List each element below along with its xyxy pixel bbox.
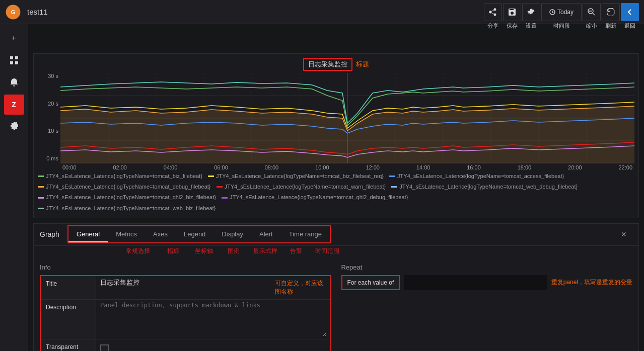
x-label-10: 20:00: [568, 164, 582, 170]
share-button[interactable]: [484, 3, 502, 21]
chart-svg: [60, 73, 634, 163]
y-label-10s: 10 s: [48, 128, 58, 134]
legend-dot-2: [389, 176, 395, 177]
graph-editor: Graph General Metrics Axes Legend Displa…: [33, 223, 639, 351]
graph-editor-header: Graph General Metrics Axes Legend Displa…: [34, 224, 638, 246]
tab-display[interactable]: Display: [213, 226, 251, 242]
repeat-row: For each value of 重复panel，填写是重复的变量: [341, 275, 633, 290]
settings-button[interactable]: [522, 3, 540, 21]
for-each-button[interactable]: For each value of: [341, 275, 400, 290]
tab-legend[interactable]: Legend: [176, 226, 213, 242]
legend-item-5: JTY4_sEsLatence_Latence{logTypeName=tomc…: [391, 182, 578, 192]
legend-dot-3: [38, 186, 44, 188]
transparent-label: Transparent: [41, 339, 96, 351]
sidebar: + Z: [0, 24, 28, 351]
title-input[interactable]: [100, 279, 273, 287]
graph-label: Graph: [40, 230, 59, 238]
legend-item-6: JTY4_sEsLatence_Latence{logTypeName=tomc…: [38, 193, 216, 203]
sidebar-grid-button[interactable]: [4, 50, 24, 70]
x-label-8: 16:00: [467, 164, 481, 170]
title-value-cell: 可自定义，对应该图名称: [96, 276, 330, 299]
tab-ann-metrics: 指标: [158, 247, 189, 255]
sidebar-add-button[interactable]: +: [4, 28, 24, 48]
legend-item-1: JTY4_sEsLatence_Latence{logTypeName=tomc…: [208, 171, 384, 182]
svg-rect-9: [15, 61, 18, 64]
x-label-9: 18:00: [518, 164, 532, 170]
sidebar-settings-button[interactable]: [4, 117, 24, 137]
chart-panel: 日志采集监控 标题 30 s 20 s 10 s 0 ms: [33, 53, 639, 218]
tab-annotations-row: 常规选择 指标 坐标轴 图例 显示式样 告警 时间范围: [34, 246, 638, 255]
tab-metrics[interactable]: Metrics: [108, 226, 145, 242]
repeat-input[interactable]: [404, 275, 547, 290]
grafana-logo: G: [5, 4, 21, 20]
legend-item-8: JTY4_sEsLatence_Latence{logTypeName=tomc…: [38, 204, 216, 214]
zoom-out-button[interactable]: [583, 3, 601, 21]
main-content: 日志采集监控 标题 30 s 20 s 10 s 0 ms: [28, 48, 644, 351]
timerange-button[interactable]: Today: [541, 3, 582, 21]
x-axis: 00:00 02:00 04:00 06:00 08:00 10:00 12:0…: [60, 164, 634, 170]
info-transparent-row: Transparent: [41, 339, 330, 351]
legend-item-7: JTY4_sEsLatence_Latence{logTypeName=tomc…: [222, 193, 408, 203]
title-label: Title: [41, 276, 96, 299]
svg-rect-6: [10, 56, 13, 59]
tab-ann-display: 显示式样: [248, 247, 283, 255]
svg-rect-8: [10, 61, 13, 64]
tab-axes[interactable]: Axes: [145, 226, 176, 242]
tab-ann-legend: 图例: [219, 247, 248, 255]
info-table: Title 可自定义，对应该图名称 Description: [40, 275, 331, 351]
legend-dot-8: [38, 208, 44, 209]
tab-ann-timerange: 时间范围: [309, 247, 345, 255]
refresh-button[interactable]: [602, 3, 620, 21]
legend-dot-1: [208, 176, 214, 177]
legend-item-4: JTY4_sEsLatence_Latence{logTypeName=tomc…: [217, 182, 386, 192]
info-section: Info Title 可自定义，对应该图名称 Description: [40, 264, 331, 351]
description-value-cell: [96, 300, 330, 339]
refresh-label: 刷新: [602, 22, 620, 30]
zoom-label: 缩小: [583, 22, 601, 30]
sidebar-z-button[interactable]: Z: [4, 95, 24, 115]
svg-rect-7: [15, 56, 18, 59]
legend-dot-0: [38, 176, 44, 177]
topbar-actions: Today 分享 保存 设置 时间段 缩小 刷新 返回: [484, 3, 639, 30]
tab-alert[interactable]: Alert: [251, 226, 281, 242]
legend-dot-6: [38, 197, 44, 199]
tab-ann-axes: 坐标轴: [189, 247, 219, 255]
transparent-checkbox-cell: [96, 339, 113, 351]
info-section-title: Info: [40, 264, 331, 271]
legend-item-3: JTY4_sEsLatence_Latence{logTypeName=tomc…: [38, 182, 210, 192]
dashboard-title: test11: [27, 8, 48, 16]
x-label-4: 08:00: [265, 164, 279, 170]
description-textarea[interactable]: [100, 302, 326, 337]
chart-title-annotation: 标题: [356, 60, 369, 68]
sidebar-alerts-button[interactable]: [4, 72, 24, 93]
editor-content: Info Title 可自定义，对应该图名称 Description: [34, 257, 638, 351]
chart-legend: JTY4_sEsLatence_Latence{logTypeName=tomc…: [38, 170, 634, 214]
x-label-2: 04:00: [164, 164, 178, 170]
legend-dot-4: [217, 186, 223, 188]
x-label-6: 12:00: [366, 164, 380, 170]
x-label-11: 22:00: [618, 164, 632, 170]
repeat-section-title: Repeat: [341, 264, 633, 271]
y-label-20s: 20 s: [48, 101, 58, 107]
x-label-7: 14:00: [416, 164, 431, 170]
tab-general[interactable]: General: [68, 226, 108, 242]
description-label: Description: [41, 300, 96, 339]
tab-timerange[interactable]: Time range: [281, 226, 330, 242]
svg-line-4: [593, 13, 595, 15]
back-button[interactable]: [621, 3, 639, 21]
repeat-annotation: 重复panel，填写是重复的变量: [551, 278, 632, 287]
editor-close-button[interactable]: ×: [615, 229, 632, 240]
svg-text:G: G: [11, 9, 16, 15]
transparent-checkbox[interactable]: [100, 344, 109, 351]
save-label: 保存: [503, 22, 521, 30]
info-title-row: Title 可自定义，对应该图名称: [41, 276, 330, 300]
info-desc-row: Description: [41, 300, 330, 339]
y-label-30s: 30 s: [48, 73, 58, 79]
share-label: 分享: [484, 22, 502, 30]
back-label: 返回: [621, 22, 639, 30]
save-button[interactable]: [503, 3, 521, 21]
repeat-section: Repeat For each value of 重复panel，填写是重复的变…: [341, 264, 633, 351]
tab-bar-container: General Metrics Axes Legend Display Aler…: [67, 225, 331, 243]
title-annotation: 可自定义，对应该图名称: [275, 279, 326, 296]
settings-label: 设置: [522, 22, 540, 30]
